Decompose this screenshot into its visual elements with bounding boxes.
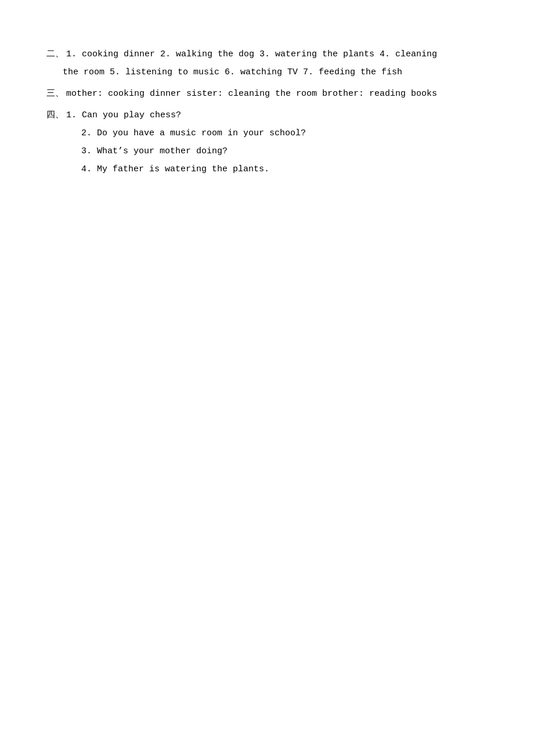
section-2-line-2-wrap: the room 5. listening to music 6. watchi…: [46, 64, 493, 80]
section-4-subitem-3: 3. What’s your mother doing?: [46, 143, 493, 159]
section-4-line-1: 1. Can you play chess?: [66, 107, 493, 123]
section-3-line-1: mother: cooking dinner sister: cleaning …: [66, 86, 493, 102]
section-3: 三、 mother: cooking dinner sister: cleani…: [46, 86, 493, 102]
section-4-subitem-2: 2. Do you have a music room in your scho…: [46, 125, 493, 141]
section-4-subitem-4-text: 4. My father is watering the plants.: [81, 164, 269, 174]
section-2-line-1: 1. cooking dinner 2. walking the dog 3. …: [66, 46, 493, 62]
section-2: 二、 1. cooking dinner 2. walking the dog …: [46, 46, 493, 80]
section-2-header: 二、 1. cooking dinner 2. walking the dog …: [46, 46, 493, 62]
section-2-label: 二、: [46, 46, 64, 62]
section-4-subitem-4: 4. My father is watering the plants.: [46, 161, 493, 177]
document-body: 二、 1. cooking dinner 2. walking the dog …: [46, 46, 493, 177]
section-4-subitem-2-text: 2. Do you have a music room in your scho…: [81, 128, 306, 138]
section-4-header: 四、 1. Can you play chess?: [46, 107, 493, 123]
section-4-subitem-3-text: 3. What’s your mother doing?: [81, 146, 228, 156]
section-4-label: 四、: [46, 107, 64, 123]
section-2-line-2: the room 5. listening to music 6. watchi…: [46, 64, 493, 80]
section-4: 四、 1. Can you play chess? 2. Do you have…: [46, 107, 493, 177]
section-3-label: 三、: [46, 86, 64, 102]
section-3-header: 三、 mother: cooking dinner sister: cleani…: [46, 86, 493, 102]
